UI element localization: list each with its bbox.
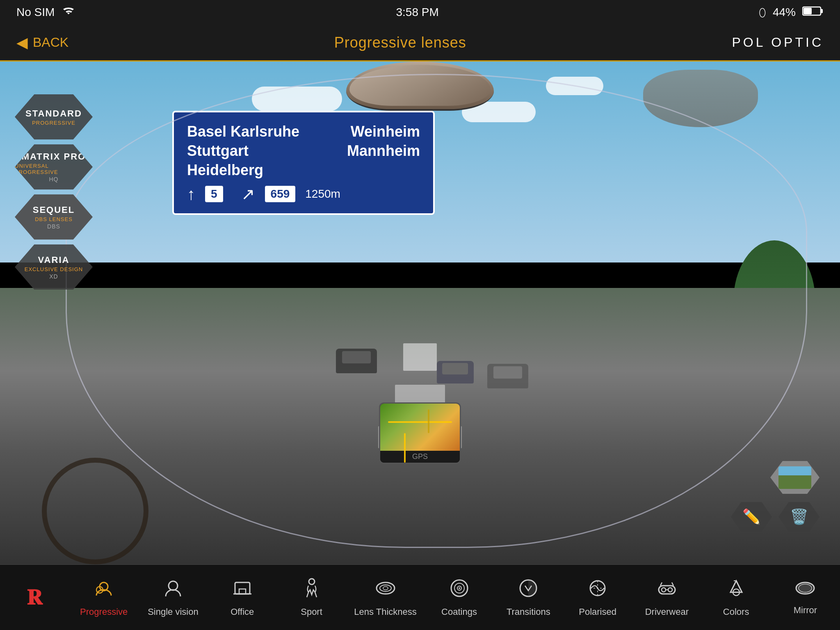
nav-item-polarised[interactable]: Polarised — [571, 578, 624, 617]
driver-reflection — [643, 70, 758, 127]
cloud — [252, 87, 342, 111]
sign-distance: 1250m — [305, 187, 340, 201]
hex-varia-tag: XD — [49, 273, 58, 280]
svg-rect-1 — [803, 8, 812, 14]
hex-matrix-sub: UNIVERSAL PROGRESSIVE — [15, 163, 93, 175]
colors-icon — [726, 578, 747, 603]
brand-logo: POL OPTIC — [732, 35, 824, 50]
hex-sequel: SEQUEL DBS LENSES DBS — [15, 194, 93, 240]
nav-item-office[interactable]: Office — [216, 578, 269, 617]
hex-standard-sub: PROGRESSIVE — [32, 120, 75, 126]
back-arrow-icon: ◀ — [16, 34, 28, 51]
back-button[interactable]: ◀ BACK — [16, 34, 68, 51]
lens-thickness-icon — [375, 578, 396, 603]
svg-point-8 — [309, 579, 315, 584]
sidebar-item-standard[interactable]: STANDARD PROGRESSIVE — [15, 94, 93, 139]
hex-matrix-tag: HQ — [49, 176, 59, 183]
right-action-row: ✏️ 🗑️ — [731, 502, 819, 532]
photo-hex-button[interactable] — [770, 461, 819, 494]
hex-standard: STANDARD PROGRESSIVE — [15, 94, 93, 139]
nav-label-polarised: Polarised — [579, 607, 616, 617]
nav-item-mirror[interactable]: Mirror — [778, 579, 832, 616]
trash-icon: 🗑️ — [790, 508, 808, 525]
svg-rect-2 — [821, 9, 823, 13]
nav-item-lens-thickness[interactable]: Lens Thickness — [354, 578, 416, 617]
svg-point-9 — [377, 582, 395, 594]
pen-icon: ✏️ — [742, 508, 761, 525]
pen-button[interactable]: ✏️ — [731, 502, 772, 532]
transitions-icon — [518, 578, 539, 603]
status-bar: No SIM 3:58 PM ⬯ 44% — [0, 0, 840, 25]
nav-label-colors: Colors — [723, 607, 749, 617]
page-title: Progressive lenses — [334, 34, 466, 51]
svg-point-24 — [799, 584, 812, 592]
hex-sequel-tag: DBS — [47, 223, 60, 230]
sign-city-3: Heidelberg — [187, 161, 299, 180]
route-box-right: 659 — [265, 186, 296, 202]
sport-icon — [303, 578, 321, 603]
left-arrow-icon: ↑ — [187, 185, 195, 203]
hex-varia-sub: EXCLUSIVE DESIGN — [25, 266, 83, 272]
sign-city-2: Stuttgart — [187, 142, 299, 161]
hex-varia-label: VARIA — [38, 255, 70, 265]
gps-label: GPS — [412, 452, 428, 461]
nav-item-colors[interactable]: Colors — [710, 578, 763, 617]
sidebar-item-varia[interactable]: VARIA EXCLUSIVE DESIGN XD — [15, 244, 93, 290]
nav-label-single-vision: Single vision — [148, 607, 199, 617]
single-vision-icon — [163, 578, 183, 603]
car-2 — [437, 361, 474, 383]
right-arrow-icon: ↗ — [241, 185, 255, 203]
right-icons: ✏️ 🗑️ — [731, 461, 819, 532]
nav-label-coatings: Coatings — [441, 607, 477, 617]
nav-label-driverwear: Driverwear — [645, 607, 689, 617]
logo-icon: 𝐑 — [27, 585, 42, 610]
car-1 — [336, 349, 377, 373]
car-3 — [487, 364, 528, 388]
svg-point-11 — [383, 587, 388, 590]
mirror-icon — [794, 579, 816, 602]
battery-icon — [802, 5, 824, 20]
nav-item-logo[interactable]: 𝐑 — [8, 585, 61, 610]
nav-label-progressive: Progressive — [80, 607, 128, 617]
sign-city-1: Basel Karlsruhe — [187, 122, 299, 142]
nav-label-office: Office — [231, 607, 254, 617]
driverwear-icon — [656, 578, 678, 603]
coatings-icon — [449, 578, 470, 603]
left-menu: STANDARD PROGRESSIVE MATRIX PRO UNIVERSA… — [15, 94, 93, 294]
bottom-nav: 𝐑 Progressive Single vision — [0, 564, 840, 630]
gps-device: GPS — [379, 402, 461, 464]
gps-screen — [380, 404, 460, 451]
office-icon — [232, 578, 253, 603]
trash-button[interactable]: 🗑️ — [778, 502, 819, 532]
nav-label-sport: Sport — [301, 607, 322, 617]
svg-point-15 — [459, 587, 460, 589]
nav-item-sport[interactable]: Sport — [285, 578, 338, 617]
nav-item-single-vision[interactable]: Single vision — [146, 578, 200, 617]
nav-item-coatings[interactable]: Coatings — [433, 578, 486, 617]
polarised-icon — [587, 578, 608, 603]
nav-item-driverwear[interactable]: Driverwear — [640, 578, 694, 617]
svg-point-19 — [662, 588, 666, 592]
hex-varia: VARIA EXCLUSIVE DESIGN XD — [15, 244, 93, 290]
svg-point-20 — [668, 588, 672, 592]
nav-item-progressive[interactable]: Progressive — [77, 578, 130, 617]
bluetooth-icon: ⬯ — [759, 6, 766, 19]
back-label: BACK — [33, 35, 68, 50]
svg-point-10 — [380, 585, 391, 591]
sidebar-item-matrix-pro[interactable]: MATRIX PRO UNIVERSAL PROGRESSIVE HQ — [15, 144, 93, 189]
nav-label-transitions: Transitions — [507, 607, 550, 617]
route-box-left: 5 — [205, 186, 223, 202]
steering-wheel — [42, 458, 148, 564]
signal-label: No SIM — [16, 6, 55, 19]
sign-city-5: Mannheim — [347, 142, 420, 161]
top-bar: ◀ BACK Progressive lenses POL OPTIC — [0, 25, 840, 62]
highway-sign: Basel Karlsruhe Stuttgart Heidelberg Wei… — [172, 111, 435, 215]
svg-rect-6 — [235, 582, 250, 594]
main-content: GPS Basel Karlsruhe Stuttgart Heidelberg… — [0, 62, 840, 564]
svg-rect-7 — [239, 589, 246, 594]
sidebar-item-sequel[interactable]: SEQUEL DBS LENSES DBS — [15, 194, 93, 240]
nav-item-transitions[interactable]: Transitions — [502, 578, 555, 617]
svg-point-5 — [169, 581, 178, 590]
cloud — [546, 77, 603, 95]
hex-standard-label: STANDARD — [25, 108, 82, 119]
